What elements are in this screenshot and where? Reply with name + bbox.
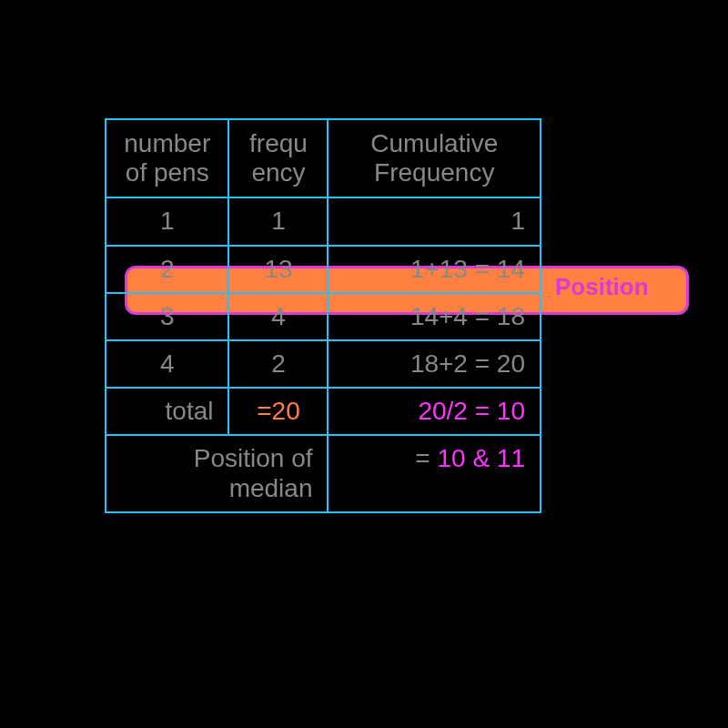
median-value: = 10 & 11: [328, 435, 541, 511]
cell-freq: 2: [228, 340, 328, 388]
cell-cum: 18+2 = 20: [328, 340, 541, 388]
total-label: total: [106, 388, 228, 435]
cell-pens: 3: [106, 293, 228, 340]
cell-cum: 1+13 = 14: [328, 246, 541, 293]
total-row: total =20 20/2 = 10: [106, 388, 541, 435]
median-vals: 10 & 11: [437, 444, 525, 472]
header-cumulative: Cumulative Frequency: [328, 119, 541, 197]
table-row: 1 1 1: [106, 197, 541, 245]
median-eq: =: [415, 444, 437, 472]
cell-cum: 1: [328, 197, 541, 245]
cell-pens: 2: [106, 246, 228, 293]
cell-freq: 1: [228, 197, 328, 245]
cell-pens: 1: [106, 197, 228, 245]
table-row-highlighted: 2 13 1+13 = 14: [106, 246, 541, 293]
table-header-row: number of pens frequ ency Cumulative Fre…: [106, 119, 541, 197]
cell-cum: 14+4 = 18: [328, 293, 541, 340]
frequency-table: number of pens frequ ency Cumulative Fre…: [105, 118, 541, 513]
cell-pens: 4: [106, 340, 228, 388]
total-calc: 20/2 = 10: [328, 388, 541, 435]
table-row: 3 4 14+4 = 18: [106, 293, 541, 340]
total-value: =20: [228, 388, 328, 435]
header-frequency: frequ ency: [228, 119, 328, 197]
table-row: 4 2 18+2 = 20: [106, 340, 541, 388]
position-label: Position: [555, 273, 649, 301]
median-row: Position of median = 10 & 11: [106, 435, 541, 511]
median-label: Position of median: [106, 435, 328, 511]
cell-freq: 4: [228, 293, 328, 340]
cell-freq: 13: [228, 246, 328, 293]
header-pens: number of pens: [106, 119, 228, 197]
